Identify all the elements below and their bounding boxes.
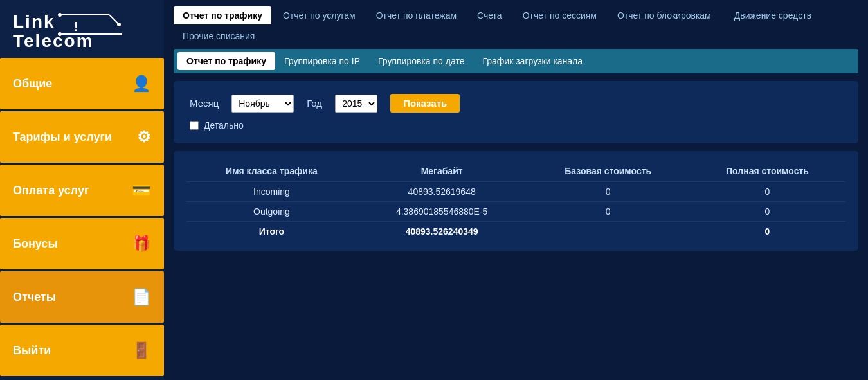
table-row: Outgoing 4.38690185546880E-5 0 0 [186, 202, 845, 222]
logo: Link Telecom ! [10, 8, 132, 50]
top-nav-blocks[interactable]: Отчет по блокировкам [608, 6, 720, 24]
sidebar-label-tarify: Тарифы и услуги [13, 131, 112, 144]
top-navigation: Отчет по трафику Отчет по услугам Отчет … [174, 6, 858, 45]
gift-icon: 🎁 [132, 235, 151, 253]
svg-point-5 [58, 13, 62, 17]
logo-svg: Link Telecom ! [10, 8, 132, 50]
row-outgoing-full: 0 [689, 202, 845, 222]
sidebar-label-bonusy: Бонусы [13, 237, 58, 251]
top-nav-movement[interactable]: Движение средств [725, 6, 820, 24]
svg-line-3 [109, 15, 119, 24]
sidebar-item-otchety[interactable]: Отчеты 📄 [0, 271, 164, 323]
sidebar-label-oplata: Оплата услуг [13, 184, 89, 197]
report-icon: 📄 [132, 288, 151, 306]
row-incoming-name: Incoming [186, 182, 357, 202]
top-nav-sessions[interactable]: Отчет по сессиям [514, 6, 606, 24]
row-outgoing-mb: 4.38690185546880E-5 [357, 202, 527, 222]
row-total-name: Итого [186, 222, 357, 242]
col-header-name: Имя класса трафика [186, 161, 357, 182]
sidebar-label-otchety: Отчеты [13, 291, 56, 304]
row-outgoing-name: Outgoing [186, 202, 357, 222]
sidebar-item-vyyti[interactable]: Выйти 🚪 [0, 325, 164, 376]
top-nav-traffic[interactable]: Отчет по трафику [174, 6, 271, 24]
sidebar: Link Telecom ! Общие 👤 [0, 0, 164, 380]
row-total-base [527, 222, 689, 242]
filter-row: Месяц Ноябрь Январь Февраль Март Апрель … [190, 94, 842, 113]
traffic-table-box: Имя класса трафика Мегабайт Базовая стои… [174, 151, 858, 251]
year-label: Год [307, 98, 322, 109]
sidebar-item-tarify[interactable]: Тарифы и услуги ⚙ [0, 111, 164, 163]
exit-icon: 🚪 [132, 341, 151, 359]
top-nav-payments[interactable]: Отчет по платежам [367, 6, 466, 24]
sidebar-item-obshie[interactable]: Общие 👤 [0, 58, 164, 109]
svg-point-7 [117, 23, 121, 26]
person-icon: 👤 [132, 75, 151, 93]
top-nav-accounts[interactable]: Счета [468, 6, 511, 24]
svg-text:Link: Link [13, 12, 55, 32]
row-incoming-full: 0 [689, 182, 845, 202]
gear-icon: ⚙ [137, 128, 151, 146]
sub-tab-ip-group[interactable]: Группировка по IP [275, 52, 369, 70]
row-total-full: 0 [689, 222, 845, 242]
sidebar-item-bonusy[interactable]: Бонусы 🎁 [0, 218, 164, 269]
show-button[interactable]: Показать [390, 94, 460, 113]
row-incoming-mb: 40893.52619648 [357, 182, 527, 202]
svg-text:!: ! [74, 19, 78, 33]
detailed-checkbox[interactable] [190, 121, 199, 130]
table-row: Incoming 40893.52619648 0 0 [186, 182, 845, 202]
detailed-label: Детально [204, 120, 244, 131]
sub-tab-date-group[interactable]: Группировка по дате [369, 52, 473, 70]
sub-tabs-bar: Отчет по трафику Группировка по IP Групп… [174, 49, 858, 73]
traffic-table: Имя класса трафика Мегабайт Базовая стои… [186, 161, 845, 241]
filter-box: Месяц Ноябрь Январь Февраль Март Апрель … [174, 81, 858, 143]
year-select[interactable]: 2013 2014 2015 2016 2017 [335, 95, 377, 113]
wallet-icon: 💳 [132, 181, 151, 199]
sidebar-label-obshie: Общие [13, 77, 52, 91]
detailed-row: Детально [190, 120, 842, 131]
sub-tab-channel[interactable]: График загрузки канала [473, 52, 592, 70]
top-nav-services[interactable]: Отчет по услугам [274, 6, 365, 24]
col-header-base-cost: Базовая стоимость [527, 161, 689, 182]
row-total-mb: 40893.526240349 [357, 222, 527, 242]
table-row-total: Итого 40893.526240349 0 [186, 222, 845, 242]
sidebar-label-vyyti: Выйти [13, 344, 51, 357]
sidebar-item-oplata[interactable]: Оплата услуг 💳 [0, 165, 164, 216]
logo-area: Link Telecom ! [0, 0, 164, 58]
row-outgoing-base: 0 [527, 202, 689, 222]
col-header-full-cost: Полная стоимость [689, 161, 845, 182]
sub-tab-traffic[interactable]: Отчет по трафику [177, 52, 275, 70]
main-content: Отчет по трафику Отчет по услугам Отчет … [164, 0, 868, 380]
col-header-megabytes: Мегабайт [357, 161, 527, 182]
row-incoming-base: 0 [527, 182, 689, 202]
svg-point-6 [58, 32, 62, 36]
month-select[interactable]: Ноябрь Январь Февраль Март Апрель Май Ию… [231, 95, 294, 113]
month-label: Месяц [190, 98, 219, 109]
top-nav-other[interactable]: Прочие списания [174, 27, 264, 45]
